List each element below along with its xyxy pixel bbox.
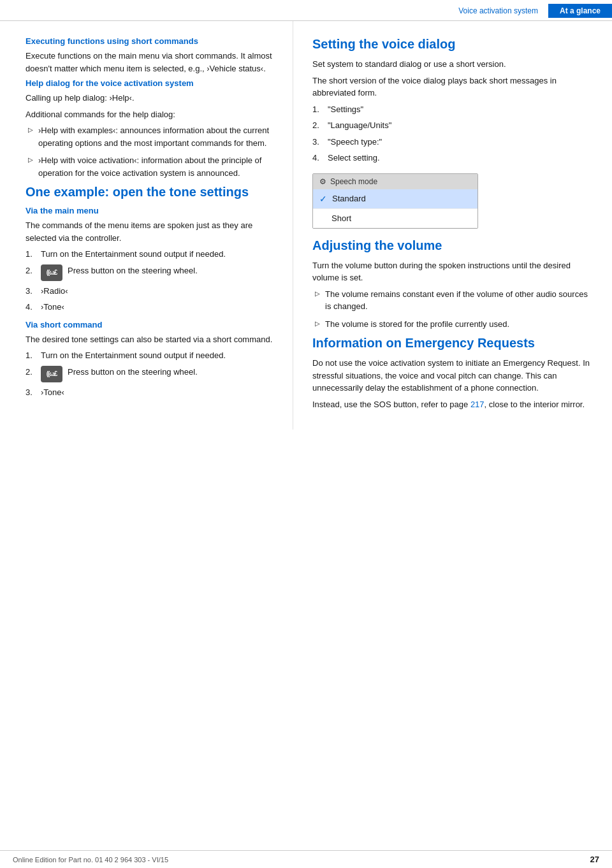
section-tone-settings: One example: open the tone settings Via … — [26, 184, 277, 398]
vd-step-num-4: 4. — [312, 152, 328, 164]
speech-mode-item-standard[interactable]: ✓ Standard — [313, 189, 477, 209]
via-main-step-1-text: Turn on the Entertainment sound output i… — [41, 248, 226, 261]
speech-mode-label-standard: Standard — [332, 194, 366, 203]
calling-text: Calling up help dialog: ›Help‹. — [26, 92, 277, 105]
via-main-step-2: 2. ((ω£ Press button on the steering whe… — [26, 264, 277, 281]
via-short-step-3: 3. ›Tone‹ — [26, 386, 277, 399]
speech-mode-item-short[interactable]: ✓ Short — [313, 209, 477, 228]
speech-mode-label-short: Short — [332, 213, 351, 223]
bullet-arrow-icon-1: ▷ — [26, 125, 33, 134]
voice-dialog-step-2: 2. "Language/Units" — [312, 119, 593, 132]
via-short-step-1: 1. Turn on the Entertainment sound outpu… — [26, 349, 277, 362]
heading-help-dialog: Help dialog for the voice activation sys… — [26, 78, 277, 88]
vd-step-1-text: "Settings" — [328, 103, 363, 116]
volume-bullet-arrow-1: ▷ — [312, 289, 320, 298]
step-num-1: 1. — [26, 248, 41, 261]
via-short-step-2-text: Press button on the steering wheel. — [68, 366, 198, 379]
via-main-steps: 1. Turn on the Entertainment sound outpu… — [26, 248, 277, 314]
vd-step-num-3: 3. — [312, 136, 328, 148]
via-short-step-2: 2. ((ω£ Press button on the steering whe… — [26, 366, 277, 382]
body-emergency-2-prefix: Instead, use the SOS button, refer to pa… — [312, 400, 470, 409]
via-main-step-1: 1. Turn on the Entertainment sound outpu… — [26, 248, 277, 261]
heading-executing-functions: Executing functions using short commands — [26, 36, 277, 46]
volume-bullet-2-text: The volume is stored for the profile cur… — [325, 318, 509, 331]
help-bullet-1: ▷ ›Help with examples‹: announces inform… — [26, 124, 277, 149]
header-section-label: Voice activation system — [448, 6, 548, 15]
body-executing-functions: Execute functions on the main menu via s… — [26, 50, 277, 75]
via-main-step-3: 3. ›Radio‹ — [26, 285, 277, 298]
vd-step-num-1: 1. — [312, 103, 328, 116]
vd-step-2-text: "Language/Units" — [328, 119, 391, 132]
section-voice-dialog: Setting the voice dialog Set system to s… — [312, 36, 593, 229]
vd-step-4-text: Select setting. — [328, 152, 380, 164]
settings-icon: ⚙ — [319, 177, 326, 186]
speech-mode-ui: ⚙ Speech mode ✓ Standard ✓ Short — [312, 173, 478, 229]
body-via-short-command: The desired tone settings can also be st… — [26, 333, 277, 346]
left-column: Executing functions using short commands… — [0, 21, 293, 430]
volume-bullets: ▷ The volume remains constant even if th… — [312, 288, 593, 331]
via-short-step-3-text: ›Tone‹ — [41, 386, 64, 399]
additional-text: Additional commands for the help dialog: — [26, 108, 277, 121]
voice-dialog-steps: 1. "Settings" 2. "Language/Units" 3. "Sp… — [312, 103, 593, 164]
section-adjusting-volume: Adjusting the volume Turn the volume but… — [312, 238, 593, 331]
body-adjusting-volume: Turn the volume button during the spoken… — [312, 259, 593, 284]
help-dialog-bullets: ▷ ›Help with examples‹: announces inform… — [26, 124, 277, 179]
via-short-steps: 1. Turn on the Entertainment sound outpu… — [26, 349, 277, 398]
footer-page-number: 27 — [590, 855, 599, 864]
speech-mode-title-bar: ⚙ Speech mode — [313, 174, 477, 189]
voice-dialog-step-1: 1. "Settings" — [312, 103, 593, 116]
volume-bullet-arrow-2: ▷ — [312, 319, 320, 328]
section-emergency-requests: Information on Emergency Requests Do not… — [312, 335, 593, 410]
heading-via-main-menu: Via the main menu — [26, 206, 277, 215]
body-voice-dialog-2: The short version of the voice dialog pl… — [312, 75, 593, 99]
footer-copyright: Online Edition for Part no. 01 40 2 964 … — [13, 856, 168, 864]
subsection-via-main-menu: Via the main menu The commands of the me… — [26, 206, 277, 314]
help-bullet-2: ▷ ›Help with voice activation‹: informat… — [26, 154, 277, 179]
body-emergency-1: Do not use the voice activation system t… — [312, 357, 593, 394]
heading-tone-settings: One example: open the tone settings — [26, 184, 277, 199]
footer: Online Edition for Part no. 01 40 2 964 … — [0, 850, 612, 868]
step-num-4: 4. — [26, 301, 41, 314]
step-num-3: 3. — [26, 285, 41, 298]
volume-bullet-1-text: The volume remains constant even if the … — [325, 288, 593, 313]
via-main-step-4: 4. ›Tone‹ — [26, 301, 277, 314]
header-bar: Voice activation system At a glance — [0, 0, 612, 21]
speech-mode-title: Speech mode — [330, 177, 377, 186]
vd-step-num-2: 2. — [312, 119, 328, 132]
voice-dialog-step-3: 3. "Speech type:" — [312, 136, 593, 148]
heading-adjusting-volume: Adjusting the volume — [312, 238, 593, 253]
volume-bullet-1: ▷ The volume remains constant even if th… — [312, 288, 593, 313]
help-bullet-1-text: ›Help with examples‹: announces informat… — [38, 124, 277, 149]
bullet-arrow-icon-2: ▷ — [26, 155, 33, 164]
section-executing-functions: Executing functions using short commands… — [26, 36, 277, 75]
via-main-step-2-text: Press button on the steering wheel. — [68, 264, 198, 277]
check-mark-standard: ✓ — [319, 194, 327, 204]
heading-via-short-command: Via short command — [26, 320, 277, 329]
body-emergency-2-suffix: , close to the interior mirror. — [484, 400, 585, 409]
step-short-num-3: 3. — [26, 386, 41, 399]
body-via-main-menu: The commands of the menu items are spoke… — [26, 219, 277, 244]
step-num-2: 2. — [26, 264, 41, 277]
content-area: Executing functions using short commands… — [0, 21, 612, 430]
via-short-step-1-text: Turn on the Entertainment sound output i… — [41, 349, 226, 362]
via-main-step-4-text: ›Tone‹ — [41, 301, 64, 314]
steering-wheel-icon-2: ((ω£ — [41, 366, 62, 382]
body-emergency-2: Instead, use the SOS button, refer to pa… — [312, 398, 593, 411]
vd-step-3-text: "Speech type:" — [328, 136, 382, 148]
voice-dialog-step-4: 4. Select setting. — [312, 152, 593, 164]
header-tab-active: At a glance — [548, 4, 612, 18]
subsection-via-short-command: Via short command The desired tone setti… — [26, 320, 277, 399]
via-main-step-3-text: ›Radio‹ — [41, 285, 68, 298]
emergency-page-link[interactable]: 217 — [470, 400, 484, 409]
heading-voice-dialog: Setting the voice dialog — [312, 36, 593, 52]
section-help-dialog: Help dialog for the voice activation sys… — [26, 78, 277, 179]
right-column: Setting the voice dialog Set system to s… — [293, 21, 612, 430]
steering-wheel-icon-1: ((ω£ — [41, 264, 62, 281]
step-short-num-2: 2. — [26, 366, 41, 379]
help-bullet-2-text: ›Help with voice activation‹: informatio… — [38, 154, 277, 179]
volume-bullet-2: ▷ The volume is stored for the profile c… — [312, 318, 593, 331]
body-voice-dialog-1: Set system to standard dialog or use a s… — [312, 58, 593, 71]
heading-emergency-requests: Information on Emergency Requests — [312, 335, 593, 351]
step-short-num-1: 1. — [26, 349, 41, 362]
